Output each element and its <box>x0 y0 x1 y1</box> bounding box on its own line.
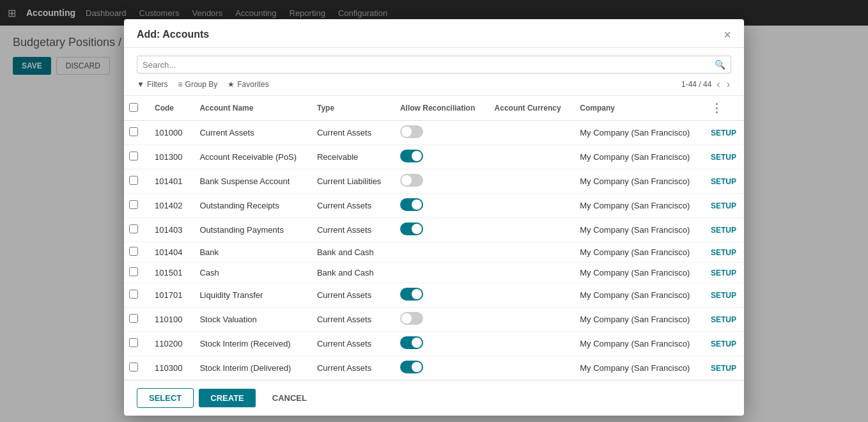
row-checkbox[interactable] <box>129 247 138 256</box>
groupby-label: Group By <box>185 80 218 89</box>
favorites-button[interactable]: ★ Favorites <box>228 80 268 89</box>
groupby-button[interactable]: ≡ Group By <box>178 80 218 89</box>
row-checkbox[interactable] <box>129 127 138 136</box>
prev-page-button[interactable]: ‹ <box>715 79 721 90</box>
row-checkbox-cell <box>124 332 147 356</box>
cancel-button[interactable]: CANCEL <box>261 389 318 407</box>
reconciliation-toggle[interactable]: ✓ <box>400 198 423 211</box>
setup-link[interactable]: SETUP <box>711 291 736 300</box>
modal-body: Code Account Name Type Allow Reconciliat… <box>124 96 744 380</box>
toggle-x-icon: ✕ <box>403 129 408 136</box>
row-checkbox[interactable] <box>129 152 138 160</box>
row-checkbox[interactable] <box>129 267 138 276</box>
table-row: 101501CashBank and CashMy Company (San F… <box>124 263 744 283</box>
select-button[interactable]: SELECT <box>137 388 194 408</box>
table-row: 110200Stock Interim (Received)Current As… <box>124 332 744 356</box>
cell-currency <box>487 356 573 380</box>
cell-code: 101403 <box>147 218 192 242</box>
modal-close-button[interactable]: × <box>724 28 731 41</box>
cell-company: My Company (San Francisco) <box>572 356 703 380</box>
select-all-header[interactable] <box>124 96 147 121</box>
filter-row: ▼ Filters ≡ Group By ★ Favorites 1-44 / … <box>137 79 731 90</box>
toggle-check-icon: ✓ <box>415 340 421 347</box>
reconciliation-toggle[interactable]: ✓ <box>400 223 423 235</box>
cell-currency <box>487 308 573 332</box>
cell-setup: SETUP <box>703 356 744 380</box>
row-checkbox-cell <box>124 263 147 283</box>
cell-company: My Company (San Francisco) <box>572 194 703 218</box>
cell-account-name: Account Receivable (PoS) <box>192 145 309 169</box>
cell-code: 101501 <box>147 263 192 283</box>
col-type: Type <box>309 96 392 121</box>
setup-link[interactable]: SETUP <box>711 226 736 235</box>
setup-link[interactable]: SETUP <box>711 177 736 186</box>
reconciliation-toggle[interactable]: ✓ <box>400 336 423 349</box>
row-checkbox[interactable] <box>129 176 138 185</box>
cell-currency <box>487 194 573 218</box>
modal-footer: SELECT CREATE CANCEL <box>124 380 744 416</box>
setup-link[interactable]: SETUP <box>711 248 736 257</box>
col-account-currency: Account Currency <box>487 96 573 121</box>
cell-company: My Company (San Francisco) <box>572 242 703 263</box>
cell-reconciliation: ✓ <box>392 194 487 218</box>
cell-type: Current Assets <box>309 218 392 242</box>
cell-currency <box>487 242 573 263</box>
modal-header: Add: Accounts × <box>124 19 744 48</box>
reconciliation-toggle[interactable]: ✓ <box>400 288 423 301</box>
setup-link[interactable]: SETUP <box>711 201 736 210</box>
cell-currency <box>487 218 573 242</box>
cell-type: Current Liabilities <box>309 169 392 194</box>
cell-type: Current Assets <box>309 308 392 332</box>
row-checkbox-cell <box>124 145 147 169</box>
cell-account-name: Stock Valuation <box>192 308 309 332</box>
setup-link[interactable]: SETUP <box>711 340 736 348</box>
cell-type: Current Assets <box>309 332 392 356</box>
select-all-checkbox[interactable] <box>129 103 138 112</box>
row-checkbox-cell <box>124 121 147 145</box>
table-row: 110100Stock ValuationCurrent Assets✕My C… <box>124 308 744 332</box>
create-button[interactable]: CREATE <box>199 389 255 407</box>
accounts-table: Code Account Name Type Allow Reconciliat… <box>124 96 744 380</box>
reconciliation-toggle[interactable]: ✓ <box>400 361 423 373</box>
search-icon: 🔍 <box>715 59 725 70</box>
cell-account-name: Outstanding Payments <box>192 218 309 242</box>
col-code: Code <box>147 96 192 121</box>
setup-link[interactable]: SETUP <box>711 153 736 162</box>
reconciliation-toggle[interactable]: ✕ <box>400 174 423 187</box>
cell-code: 101402 <box>147 194 192 218</box>
cell-type: Receivable <box>309 145 392 169</box>
setup-link[interactable]: SETUP <box>711 129 736 137</box>
setup-link[interactable]: SETUP <box>711 315 736 324</box>
next-page-button[interactable]: › <box>725 79 731 90</box>
search-input[interactable] <box>143 60 715 70</box>
pagination-info: 1-44 / 44 ‹ › <box>681 79 731 90</box>
row-checkbox[interactable] <box>129 363 138 371</box>
favorites-label: Favorites <box>237 80 268 89</box>
row-checkbox-cell <box>124 308 147 332</box>
toggle-x-icon: ✕ <box>403 315 408 322</box>
cell-type: Current Assets <box>309 194 392 218</box>
cell-account-name: Bank <box>192 242 309 263</box>
setup-link[interactable]: SETUP <box>711 364 736 373</box>
cell-account-name: Outstanding Receipts <box>192 194 309 218</box>
setup-link[interactable]: SETUP <box>711 269 736 277</box>
cell-code: 110300 <box>147 356 192 380</box>
cell-reconciliation: ✕ <box>392 121 487 145</box>
reconciliation-toggle[interactable]: ✕ <box>400 312 423 325</box>
row-checkbox[interactable] <box>129 200 138 209</box>
row-checkbox[interactable] <box>129 314 138 323</box>
cell-company: My Company (San Francisco) <box>572 169 703 194</box>
cell-account-name: Stock Interim (Received) <box>192 332 309 356</box>
row-checkbox[interactable] <box>129 290 138 299</box>
table-row: 101402Outstanding ReceiptsCurrent Assets… <box>124 194 744 218</box>
filters-button[interactable]: ▼ Filters <box>137 80 168 89</box>
reconciliation-toggle[interactable]: ✕ <box>400 125 423 138</box>
reconciliation-toggle[interactable]: ✓ <box>400 150 423 162</box>
cell-type: Bank and Cash <box>309 242 392 263</box>
column-options-icon[interactable]: ⋮ <box>711 102 722 114</box>
row-checkbox-cell <box>124 283 147 308</box>
cell-currency <box>487 145 573 169</box>
row-checkbox[interactable] <box>129 338 138 347</box>
row-checkbox[interactable] <box>129 224 138 233</box>
cell-account-name: Cash <box>192 263 309 283</box>
